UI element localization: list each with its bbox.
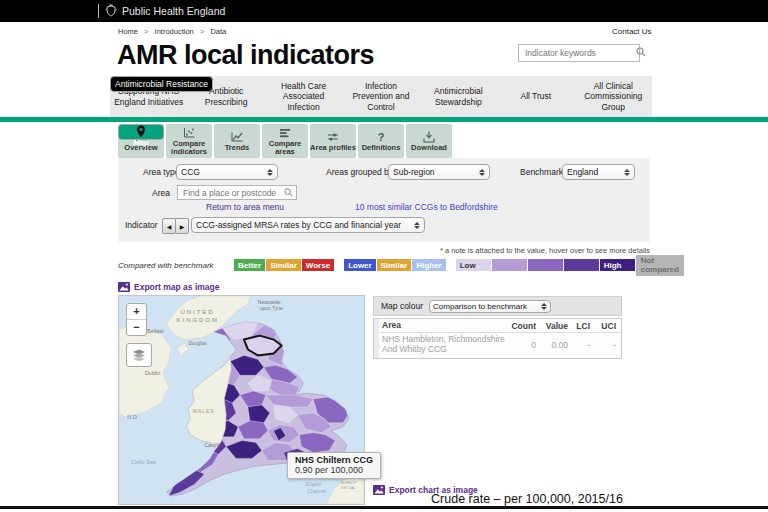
compare-indicators-icon	[182, 127, 196, 139]
row-value: 0.00	[541, 340, 573, 350]
tab-compare-areas[interactable]: Compare areas	[262, 124, 308, 158]
tooltip-value: 0.90 per 100,000	[295, 465, 373, 475]
top-header-bar: Public Health England	[0, 0, 768, 22]
topic-nav-bar: Supporting NHS England Initiatives Antim…	[110, 76, 652, 117]
export-map-label: Export map as image	[134, 282, 220, 292]
tab-area-profiles[interactable]: Area profiles	[310, 124, 356, 158]
nav-tab-hcai[interactable]: Health Care Associated Infection	[265, 76, 342, 117]
indicator-next-button[interactable]: ▶	[175, 218, 189, 234]
area-search-box[interactable]	[177, 185, 297, 200]
areas-grouped-by-select[interactable]: Sub-region	[388, 164, 490, 180]
map-colour-label: Map colour	[381, 301, 423, 311]
legend-worse-badge: Worse	[302, 259, 334, 271]
similar-ccgs-link[interactable]: 10 most similar CCGs to Bedfordshire	[355, 202, 498, 212]
export-map-link[interactable]: Export map as image	[118, 282, 220, 292]
select-arrows-icon	[414, 222, 420, 229]
quintile-box-4	[564, 259, 599, 271]
indicator-select[interactable]: CCG-assigned MRSA rates by CCG and finan…	[191, 217, 425, 233]
nav-tab-all-ccg[interactable]: All Clinical Commissioning Group	[575, 76, 652, 117]
areas-grouped-by-value: Sub-region	[393, 167, 435, 177]
tab-label: Area profiles	[310, 144, 356, 152]
legend-better-badge: Better	[234, 259, 265, 271]
row-lci: -	[573, 340, 595, 350]
map-colour-bar: Map colour Comparison to benchmark	[373, 296, 622, 316]
map-label-channel: Channel	[307, 489, 326, 494]
breadcrumb-home[interactable]: Home	[118, 27, 138, 36]
map-label-newcastle: Newcastle	[258, 300, 281, 305]
search-icon[interactable]	[636, 47, 646, 57]
question-icon: ?	[374, 131, 388, 143]
map-label-kingdom: KINGDOM	[177, 317, 219, 323]
benchmark-label: Benchmark	[520, 167, 563, 177]
col-uci: UCI	[595, 321, 621, 331]
breadcrumb-separator: >	[200, 27, 204, 36]
zoom-out-button[interactable]: −	[127, 320, 146, 335]
legend-similar-badge: Similar	[266, 259, 301, 271]
select-arrows-icon	[479, 169, 485, 176]
tab-label: Trends	[225, 144, 250, 152]
page-title: AMR local indicators	[117, 40, 374, 71]
benchmark-select[interactable]: England	[562, 164, 635, 180]
nav-tab-antimicrobial-stewardship[interactable]: Antimicrobial Stewardship	[420, 76, 497, 117]
contact-us-link[interactable]: Contact Us	[612, 27, 652, 36]
tab-label: Compare areas	[262, 140, 308, 156]
area-type-select[interactable]: CCG	[176, 164, 278, 180]
quintile-box-3	[528, 259, 563, 271]
map-colour-value: Comparison to benchmark	[433, 302, 527, 311]
return-to-area-menu-link[interactable]: Return to area menu	[206, 202, 284, 212]
map-label-dublin: Dublin	[145, 370, 160, 376]
tab-compare-indicators[interactable]: Compare indicators	[166, 124, 212, 158]
quintile-box-2	[492, 259, 527, 271]
image-icon	[373, 485, 385, 495]
indicator-search-input[interactable]	[523, 47, 635, 59]
table-header-row: Area Count Value LCI UCI	[374, 319, 621, 333]
tab-definitions[interactable]: ? Definitions	[358, 124, 404, 158]
breadcrumb-introduction[interactable]: Introduction	[155, 27, 194, 36]
quintile-low-box: Low	[456, 259, 491, 271]
map-label-belfast: Belfast	[147, 328, 164, 334]
indicator-prev-button[interactable]: ◀	[162, 218, 176, 234]
table-gutter	[374, 319, 379, 358]
col-lci: LCI	[573, 321, 595, 331]
chart-axis-title: Crude rate – per 100,000, 2015/16	[398, 492, 656, 506]
select-arrows-icon	[541, 303, 547, 310]
indicator-search-box[interactable]	[518, 44, 640, 62]
map-zoom-control[interactable]: + −	[126, 303, 147, 336]
svg-text:?: ?	[378, 131, 385, 143]
nav-tab-infection-prevention[interactable]: Infection Prevention and Control	[342, 76, 419, 117]
legend-row: Compared with benchmark Better Similar W…	[118, 258, 653, 272]
map-label-cardiff: Cardiff	[204, 443, 219, 448]
col-value: Value	[541, 321, 573, 331]
zoom-in-button[interactable]: +	[127, 304, 146, 320]
teal-divider-bar	[0, 117, 768, 122]
area-label: Area	[152, 188, 170, 198]
value-note-text: * a note is attached to the value, hover…	[390, 246, 650, 255]
legend-similar2-badge: Similar	[377, 259, 412, 271]
map-layers-control[interactable]	[126, 343, 152, 367]
tab-download[interactable]: Download	[406, 124, 452, 158]
nav-tab-antimicrobial-resistance[interactable]: Antimicrobial Resistance	[110, 76, 213, 92]
map-label-wales: WALES	[192, 409, 214, 414]
col-count: Count	[511, 321, 541, 331]
nav-tab-all-trust[interactable]: All Trust	[497, 76, 574, 117]
breadcrumb-separator: >	[144, 27, 148, 36]
image-icon	[118, 282, 130, 292]
map-colour-select[interactable]: Comparison to benchmark	[429, 300, 551, 313]
map-label-english: English	[305, 482, 321, 487]
map-label-united: UNITED	[181, 309, 215, 315]
tab-map[interactable]: Map	[118, 124, 164, 140]
tab-label: Definitions	[362, 144, 401, 152]
area-search-input[interactable]	[181, 187, 284, 199]
layers-icon	[132, 349, 146, 361]
tab-trends[interactable]: Trends	[214, 124, 260, 158]
row-area-name: NHS Hambleton, Richmondshire And Whitby …	[382, 335, 511, 355]
table-row[interactable]: NHS Hambleton, Richmondshire And Whitby …	[374, 333, 621, 358]
indicator-value: CCG-assigned MRSA rates by CCG and finan…	[196, 220, 401, 230]
download-icon	[422, 131, 436, 143]
bar-chart-icon	[278, 127, 292, 139]
row-count: 0	[511, 340, 541, 350]
breadcrumb: Home > Introduction > Data	[118, 27, 230, 36]
org-name: Public Health England	[122, 5, 225, 17]
breadcrumb-data[interactable]: Data	[210, 27, 226, 36]
tab-label: Download	[411, 144, 447, 152]
